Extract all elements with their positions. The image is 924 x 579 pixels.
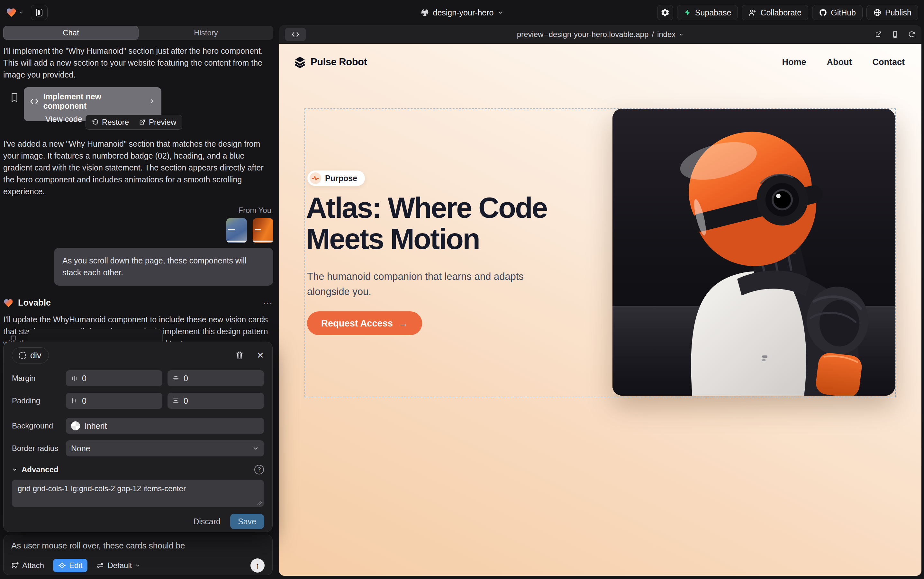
publish-globe-icon [873,8,882,17]
attachment-thumbnail-blue[interactable] [226,218,247,243]
chat-panel: Chat History I'll implement the "Why Hum… [3,26,273,349]
preview-pane: preview--design-your-hero.lovable.app / … [279,25,921,576]
preview-button[interactable]: Preview [139,118,176,127]
collaborate-button[interactable]: Collaborate [742,5,808,20]
tailwind-classes-textarea[interactable]: grid grid-cols-1 lg:grid-cols-2 gap-12 i… [12,479,264,507]
transparency-swatch-icon [71,421,80,430]
code-view-toggle[interactable] [285,28,306,41]
border-radius-select[interactable]: None [66,440,264,456]
code-icon [30,98,38,105]
advanced-section-label[interactable]: Advanced [21,465,59,474]
globe-icon [421,8,429,17]
nav-link-contact[interactable]: Contact [873,57,905,67]
padding-y-input[interactable]: 0 [168,393,264,409]
margin-label: Margin [12,374,66,383]
component-edit-row: Implement new component View code Restor… [3,87,273,133]
attach-image-icon [11,562,19,569]
border-radius-value: None [71,444,90,453]
preview-browser-bar: preview--design-your-hero.lovable.app / … [279,25,921,44]
attachment-thumbnail-orange[interactable] [253,218,273,243]
padding-y-value: 0 [184,396,188,406]
settings-button[interactable] [657,5,673,20]
margin-y-value: 0 [184,374,188,383]
request-access-button[interactable]: Request Access → [307,311,422,335]
margin-horizontal-icon [71,375,77,381]
message-menu-button[interactable]: ⋯ [263,297,273,309]
pulse-robot-logo-icon [294,56,306,68]
site-brand[interactable]: Pulse Robot [294,56,367,68]
chat-history-tabs: Chat History [3,26,273,40]
chevron-down-icon[interactable] [12,467,18,473]
collaborate-label: Collaborate [760,8,802,17]
purpose-badge-label: Purpose [325,174,357,183]
mobile-view-icon[interactable] [891,31,899,38]
open-in-new-icon[interactable] [875,31,882,38]
send-button[interactable]: ↑ [250,558,264,572]
target-icon [58,562,66,569]
padding-vertical-icon [173,397,179,404]
hero-heading: Atlas: Where Code Meets Motion [306,192,605,255]
edit-mode-button[interactable]: Edit [53,559,87,572]
purpose-badge: Purpose [307,170,365,186]
selected-element-tag[interactable]: div [12,347,49,363]
assistant-header: Lovable ⋯ [3,297,273,309]
help-icon[interactable]: ? [254,465,264,474]
preview-label: Preview [149,118,176,127]
site-nav: Home About Contact [782,57,905,67]
chevron-down-icon [252,445,259,451]
project-switcher[interactable]: design-your-hero [421,8,503,17]
lovable-logo-menu[interactable] [6,7,24,18]
supabase-icon [684,9,692,16]
restore-preview-toolbar: Restore Preview [85,115,182,130]
tag-name: div [30,351,41,361]
collaborate-icon [748,8,757,17]
pulse-icon [310,172,321,184]
margin-x-input[interactable]: 0 [66,370,162,386]
nav-link-home[interactable]: Home [782,57,806,67]
padding-horizontal-icon [71,397,77,404]
discard-button[interactable]: Discard [193,517,220,526]
refresh-icon[interactable] [908,31,916,38]
path-separator: / [652,30,654,39]
mode-select[interactable]: Default [96,561,140,570]
save-button[interactable]: Save [230,514,264,529]
border-radius-label: Border radius [12,444,66,453]
sidebar-toggle-button[interactable] [31,5,47,20]
restore-icon [91,119,99,126]
lovable-app: design-your-hero Supabase [0,0,924,579]
code-icon [291,31,300,37]
margin-y-input[interactable]: 0 [168,370,264,386]
chat-composer: As user mouse roll over, these cards sho… [3,535,273,575]
sliders-icon [96,562,104,569]
restore-button[interactable]: Restore [91,118,129,127]
padding-x-value: 0 [82,396,87,406]
element-outline-icon [19,352,26,359]
chevron-down-icon [498,10,503,15]
tab-chat[interactable]: Chat [3,26,139,40]
margin-x-value: 0 [82,374,87,383]
publish-button[interactable]: Publish [867,5,918,20]
preview-url[interactable]: preview--design-your-hero.lovable.app / … [517,30,684,39]
project-name: design-your-hero [433,8,494,17]
assistant-name: Lovable [18,298,51,308]
attachment-thumbnails [3,218,273,243]
gear-icon [661,8,670,17]
padding-x-input[interactable]: 0 [66,393,162,409]
close-inspector-button[interactable]: ✕ [256,350,264,361]
composer-input[interactable]: As user mouse roll over, these cards sho… [11,541,264,551]
bookmark-icon [10,335,17,340]
nav-link-about[interactable]: About [827,57,852,67]
arrow-right-icon: → [399,318,408,329]
github-button[interactable]: GitHub [812,5,863,20]
attach-button[interactable]: Attach [11,561,44,570]
site-header: Pulse Robot Home About Contact [294,56,905,68]
background-picker[interactable]: Inherit [66,418,264,434]
component-card-title: Implement new component [43,92,144,111]
supabase-button[interactable]: Supabase [677,5,738,20]
preview-site: Pulse Robot Home About Contact Purpose A… [279,44,921,576]
restore-label: Restore [102,118,129,127]
sidebar-icon [35,8,43,17]
tab-history[interactable]: History [139,26,273,40]
trash-icon[interactable] [235,351,244,360]
hero-subheading: The humanoid companion that learns and a… [307,269,561,299]
